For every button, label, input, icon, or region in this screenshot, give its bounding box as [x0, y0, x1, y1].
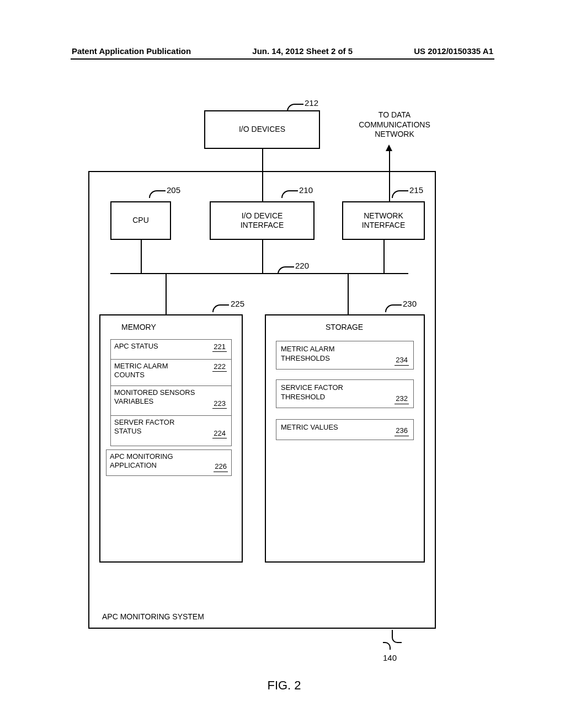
- header-right: US 2012/0150335 A1: [414, 46, 493, 56]
- memory-items: APC STATUS 221 METRIC ALARM COUNTS 222 M…: [110, 339, 232, 446]
- io-interface-box: I/O DEVICE INTERFACE: [210, 201, 315, 240]
- io-devices-box: I/O DEVICES: [204, 110, 320, 149]
- stor-item-2-ref: 236: [395, 426, 409, 436]
- network-interface-label: NETWORK INTERFACE: [362, 211, 406, 231]
- mem-rise: [166, 273, 167, 314]
- mem-tail: APC MONITORING APPLICATION 226: [106, 449, 232, 476]
- stor-item-0: METRIC ALARM THRESHOLDS 234: [276, 341, 414, 370]
- mem-tail-ref: 226: [214, 462, 228, 472]
- storage-ref: 230: [403, 299, 417, 308]
- system-brace-2: [383, 642, 391, 650]
- cpu-box: CPU: [110, 201, 171, 240]
- netif-drop: [383, 240, 385, 273]
- mem-item-1-label: METRIC ALARM COUNTS: [114, 362, 168, 379]
- stor-item-1: SERVICE FACTOR THRESHOLD 232: [276, 379, 414, 408]
- mem-item-0-label: APC STATUS: [114, 342, 158, 350]
- bus-lead: [278, 266, 294, 274]
- header-center: Jun. 14, 2012 Sheet 2 of 5: [252, 46, 353, 56]
- to-network-text: TO DATA COMMUNICATIONS NETWORK: [348, 110, 441, 140]
- storage-lead: [385, 304, 402, 312]
- system-brace-1: [392, 630, 402, 643]
- io-devices-label: I/O DEVICES: [239, 125, 285, 135]
- bus-ref: 220: [295, 261, 309, 270]
- figure-caption: FIG. 2: [77, 678, 491, 693]
- io-devices-ref: 212: [305, 98, 318, 108]
- cpu-drop: [141, 240, 142, 273]
- system-label: APC MONITORING SYSTEM: [102, 612, 204, 621]
- memory-ref: 225: [231, 299, 244, 308]
- ioif-drop: [262, 240, 263, 273]
- memory-title: MEMORY: [121, 323, 156, 331]
- header-rule: [71, 58, 494, 60]
- network-interface-lead: [392, 190, 408, 198]
- io-devices-lead: [287, 104, 303, 111]
- stor-item-0-label: METRIC ALARM THRESHOLDS: [281, 345, 335, 362]
- header-left: Patent Application Publication: [72, 46, 191, 56]
- storage-title: STORAGE: [326, 323, 363, 331]
- mem-item-2-label: MONITORED SENSORS VARIABLES: [114, 388, 195, 405]
- mem-item-2: MONITORED SENSORS VARIABLES 223: [111, 386, 231, 416]
- stor-item-2: METRIC VALUES 236: [276, 419, 414, 440]
- mem-item-3: SERVER FACTOR STATUS 224: [111, 416, 231, 446]
- page-header: Patent Application Publication Jun. 14, …: [0, 46, 565, 56]
- io-interface-lead: [281, 190, 298, 198]
- stor-item-1-label: SERVICE FACTOR THRESHOLD: [281, 383, 343, 401]
- cpu-ref: 205: [167, 185, 180, 195]
- stor-item-1-ref: 232: [395, 394, 409, 404]
- mem-item-0-ref: 221: [212, 342, 227, 352]
- mem-item-1-ref: 222: [212, 362, 227, 372]
- net-arrow-icon: [386, 144, 392, 151]
- bus-line: [110, 273, 408, 274]
- mem-tail-label: APC MONITORING APPLICATION: [110, 452, 173, 469]
- cpu-label: CPU: [132, 216, 149, 226]
- network-interface-box: NETWORK INTERFACE: [342, 201, 425, 240]
- mem-item-3-label: SERVER FACTOR STATUS: [114, 418, 174, 435]
- mem-item-3-ref: 224: [212, 429, 227, 438]
- memory-lead: [212, 304, 229, 312]
- mem-item-0: APC STATUS 221: [111, 340, 231, 360]
- figure: I/O DEVICES 212 TO DATA COMMUNICATIONS N…: [77, 94, 491, 640]
- stor-item-0-ref: 234: [395, 356, 409, 366]
- stor-item-2-label: METRIC VALUES: [281, 423, 338, 431]
- mem-item-1: METRIC ALARM COUNTS 222: [111, 360, 231, 386]
- stor-rise: [348, 273, 349, 314]
- system-ref: 140: [383, 653, 397, 662]
- network-interface-ref: 215: [409, 185, 423, 195]
- io-interface-label: I/O DEVICE INTERFACE: [241, 211, 284, 231]
- cpu-lead: [149, 190, 166, 198]
- mem-item-2-ref: 223: [212, 399, 227, 409]
- io-interface-ref: 210: [299, 185, 313, 195]
